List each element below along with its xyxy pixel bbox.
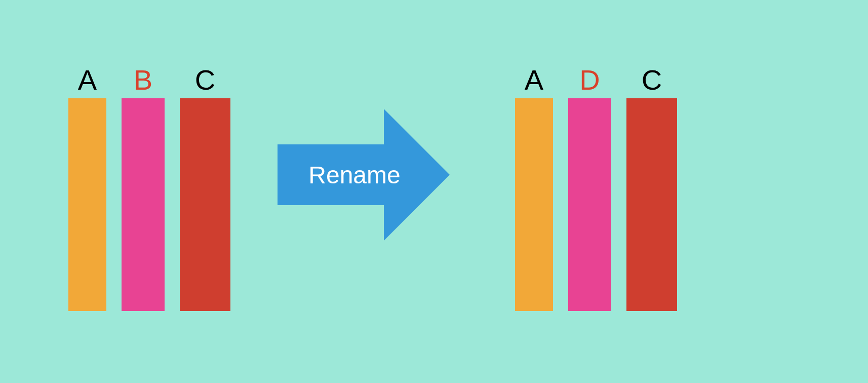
column-bar-a-after [515,98,553,311]
column-label-b: B [134,66,152,94]
column-bar-a [68,98,106,311]
column-label-c: C [195,66,215,94]
arrow-label: Rename [308,161,400,189]
column-before-c: C [180,66,230,311]
column-label-a: A [78,66,97,94]
column-after-c: C [626,66,677,311]
column-before-a: A [68,66,106,311]
column-label-d: D [579,66,600,94]
rename-arrow: Rename [278,109,450,241]
column-label-c-after: C [642,66,662,94]
column-after-d: D [568,66,611,311]
column-before-b: B [122,66,165,311]
column-bar-c [180,98,230,311]
column-label-a-after: A [525,66,543,94]
column-bar-c-after [626,98,677,311]
column-after-a: A [515,66,553,311]
columns-after: A D C [515,66,677,311]
column-bar-d [568,98,611,311]
columns-before: A B C [68,66,230,311]
column-bar-b [122,98,165,311]
